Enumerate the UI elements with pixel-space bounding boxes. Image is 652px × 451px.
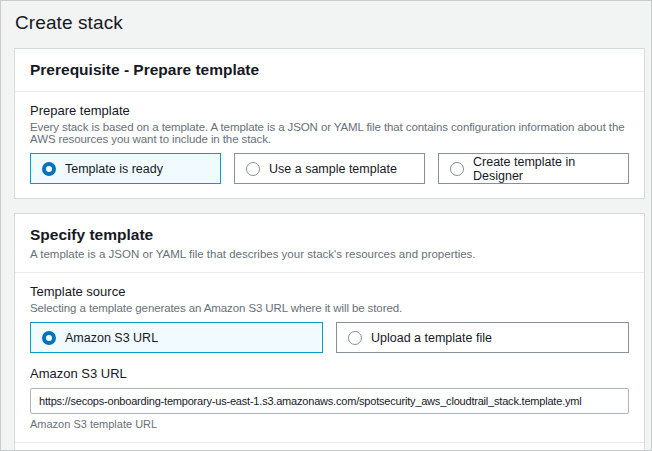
prerequisite-card-body: Prepare template Every stack is based on… [15, 92, 644, 198]
option-use-sample-template[interactable]: Use a sample template [234, 153, 425, 184]
option-label: Amazon S3 URL [65, 331, 158, 345]
s3-url-summary-row: S3 URL:https://secops-onboarding-tempora… [30, 443, 629, 451]
template-source-options: Amazon S3 URL Upload a template file [30, 322, 629, 353]
option-upload-template-file[interactable]: Upload a template file [336, 322, 629, 353]
radio-unselected-icon[interactable] [348, 331, 362, 345]
option-label: Template is ready [65, 162, 163, 176]
s3-url-field-label: Amazon S3 URL [30, 366, 629, 381]
page-title: Create stack [15, 12, 651, 34]
option-template-is-ready[interactable]: Template is ready [30, 153, 221, 184]
option-create-template-in-designer[interactable]: Create template in Designer [438, 153, 629, 184]
specify-card-header: Specify template A template is a JSON or… [15, 214, 644, 273]
prerequisite-card: Prerequisite - Prepare template Prepare … [14, 48, 645, 199]
radio-unselected-icon[interactable] [246, 162, 260, 176]
s3-url-input[interactable] [30, 388, 629, 414]
specify-card-title: Specify template [30, 226, 629, 244]
radio-selected-icon[interactable] [42, 331, 56, 345]
specify-card-description: A template is a JSON or YAML file that d… [30, 248, 629, 260]
prerequisite-card-title: Prerequisite - Prepare template [30, 61, 629, 79]
prepare-template-label: Prepare template [30, 103, 629, 118]
option-label: Use a sample template [269, 162, 397, 176]
specify-template-card: Specify template A template is a JSON or… [14, 213, 645, 451]
radio-selected-icon[interactable] [42, 162, 56, 176]
option-label: Create template in Designer [473, 155, 617, 183]
s3-url-field-group: Amazon S3 URL Amazon S3 template URL [30, 366, 629, 442]
option-label: Upload a template file [371, 331, 492, 345]
s3-url-help-text: Amazon S3 template URL [30, 418, 629, 442]
prepare-template-options: Template is ready Use a sample template … [30, 153, 629, 184]
option-amazon-s3-url[interactable]: Amazon S3 URL [30, 322, 323, 353]
prerequisite-card-header: Prerequisite - Prepare template [15, 49, 644, 92]
prepare-template-description: Every stack is based on a template. A te… [30, 121, 629, 145]
radio-unselected-icon[interactable] [450, 162, 464, 176]
template-source-label: Template source [30, 284, 629, 299]
specify-card-body: Template source Selecting a template gen… [15, 273, 644, 451]
template-source-description: Selecting a template generates an Amazon… [30, 302, 629, 314]
